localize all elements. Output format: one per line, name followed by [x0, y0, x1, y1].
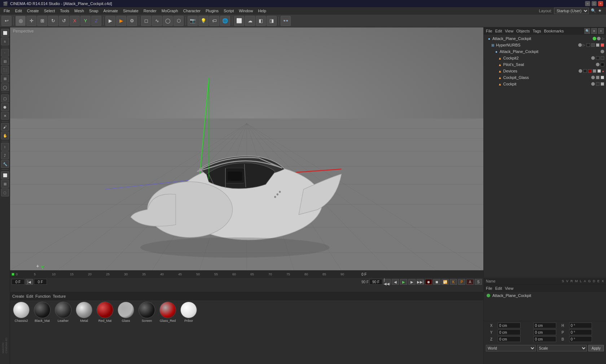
- floor-button[interactable]: ⬜: [234, 16, 244, 26]
- material-red_mat[interactable]: Red_Mat: [95, 302, 115, 331]
- menu-script[interactable]: Script: [221, 8, 236, 14]
- light-button[interactable]: 💡: [198, 16, 208, 26]
- menu-create[interactable]: Create: [25, 8, 41, 14]
- z-position-input[interactable]: [498, 336, 521, 342]
- x-position-input[interactable]: [498, 323, 521, 328]
- bg-button[interactable]: ◧: [256, 16, 266, 26]
- x-size-input[interactable]: [533, 323, 556, 328]
- deformer-button[interactable]: ⬡: [174, 16, 184, 26]
- menu-select[interactable]: Select: [42, 8, 57, 14]
- world-dropdown[interactable]: World Object: [486, 345, 536, 351]
- polygons-mode[interactable]: ⬛: [1, 66, 9, 74]
- sky-button[interactable]: ☁: [245, 16, 255, 26]
- model-mode[interactable]: ▢: [1, 94, 9, 102]
- glasses-button[interactable]: 👓: [281, 16, 291, 26]
- floor-lt-btn[interactable]: ⬜: [1, 171, 9, 179]
- axis-mode[interactable]: ✕: [1, 112, 9, 120]
- material-black_mat[interactable]: Black_Mat: [32, 302, 52, 331]
- menu-edit[interactable]: Edit: [13, 8, 24, 14]
- tree-item-cockpit-glass[interactable]: ▲ Cockpit_Glass: [484, 74, 606, 81]
- attr-view-menu[interactable]: View: [505, 286, 514, 290]
- snap-btn[interactable]: S: [1, 37, 9, 45]
- loop-button[interactable]: 🔁: [442, 279, 449, 285]
- menu-help[interactable]: Help: [256, 8, 268, 14]
- material-glass[interactable]: Glass: [116, 302, 136, 331]
- obj-edit-menu[interactable]: Edit: [495, 29, 502, 33]
- render-view-button[interactable]: ▶: [105, 16, 115, 26]
- menu-tools[interactable]: Tools: [58, 8, 71, 14]
- texture-mode[interactable]: ⬣: [1, 103, 9, 111]
- menu-mesh[interactable]: Mesh: [72, 8, 86, 14]
- vp-display[interactable]: Display: [43, 29, 56, 33]
- add-object-button[interactable]: ◻: [141, 16, 151, 26]
- mat-function-menu[interactable]: Function: [35, 294, 50, 298]
- tree-item-cockpit-grp[interactable]: ● Attack_Plane_Cockpit: [484, 48, 606, 55]
- material-screen[interactable]: Screen: [137, 302, 157, 331]
- camera-button[interactable]: 📷: [188, 16, 198, 26]
- nurbs-button[interactable]: ◯: [163, 16, 173, 26]
- menu-mograph[interactable]: MoGraph: [159, 8, 180, 14]
- extrude-btn[interactable]: ⤴: [1, 151, 9, 159]
- vp-cameras[interactable]: Cameras: [24, 29, 40, 33]
- undo2-button[interactable]: ↺: [59, 16, 69, 26]
- auto-key-button[interactable]: A: [466, 279, 474, 285]
- twist-btn[interactable]: ↕: [1, 143, 9, 151]
- key-all-button[interactable]: K: [450, 279, 457, 285]
- menu-window[interactable]: Window: [237, 8, 255, 14]
- search-icon[interactable]: 🔍: [591, 8, 596, 13]
- spline-button[interactable]: ∿: [152, 16, 162, 26]
- tree-item-cockpit2[interactable]: ▲ Cockpit2: [484, 55, 606, 61]
- move-button[interactable]: ✛: [26, 16, 36, 26]
- vp-panel[interactable]: Panel: [87, 29, 97, 33]
- start-button[interactable]: |◀◀: [383, 279, 391, 285]
- scale-dropdown[interactable]: Scale Size: [537, 345, 587, 351]
- apply-button[interactable]: Apply: [588, 345, 604, 351]
- scene-button[interactable]: 🌐: [220, 16, 230, 26]
- rotate-button[interactable]: ↻: [48, 16, 58, 26]
- frame-counter-current[interactable]: 0 F: [12, 279, 25, 285]
- sculpt-btn[interactable]: ✋: [1, 132, 9, 139]
- key-pos-button[interactable]: P: [458, 279, 465, 285]
- vp-maximize-icon[interactable]: ⤢: [457, 27, 464, 35]
- obj-view-menu[interactable]: View: [505, 29, 514, 33]
- viewport-btn[interactable]: ⬜: [1, 29, 9, 37]
- material-metal[interactable]: Metal: [74, 302, 94, 331]
- points-mode[interactable]: ·: [1, 49, 9, 57]
- end-button[interactable]: ▶▶|: [417, 279, 424, 285]
- h-rotation-input[interactable]: [569, 323, 592, 328]
- attr-file-menu[interactable]: File: [486, 286, 492, 290]
- y-axis-button[interactable]: Y: [80, 16, 91, 26]
- next-frame-button[interactable]: ▶: [408, 279, 416, 285]
- y-size-input[interactable]: [533, 329, 556, 335]
- layout-dropdown[interactable]: Startup (User): [554, 8, 589, 14]
- attr-edit-menu[interactable]: Edit: [495, 286, 502, 290]
- material-leather[interactable]: Leather: [53, 302, 73, 331]
- obj-tags-menu[interactable]: Tags: [533, 29, 541, 33]
- vp-close-icon[interactable]: ×: [474, 27, 481, 35]
- menu-animate[interactable]: Animate: [101, 8, 120, 14]
- foreground-button[interactable]: ◨: [267, 16, 277, 26]
- obj-objects-menu[interactable]: Objects: [516, 29, 530, 33]
- mat-texture-menu[interactable]: Texture: [53, 294, 66, 298]
- uvw-mode[interactable]: ⊞: [1, 75, 9, 83]
- object-mode[interactable]: ◯: [1, 83, 9, 91]
- material-chassis2[interactable]: Chassis2: [12, 302, 31, 331]
- brush-btn[interactable]: ◌: [1, 188, 9, 196]
- menu-simulate[interactable]: Simulate: [121, 8, 141, 14]
- vp-options[interactable]: Options: [58, 29, 72, 33]
- tree-item-hypernurbs[interactable]: ⊞ HyperNURBS ▷: [484, 42, 606, 48]
- obj-file-menu[interactable]: File: [486, 29, 492, 33]
- vp-view[interactable]: View: [12, 29, 21, 33]
- vp-settings-icon[interactable]: ≡: [465, 27, 473, 35]
- play-button[interactable]: ▶: [400, 279, 407, 285]
- mat-edit-menu[interactable]: Edit: [26, 294, 33, 298]
- scale-button[interactable]: ⊞: [37, 16, 47, 26]
- menu-file[interactable]: File: [1, 8, 12, 14]
- mat-create-menu[interactable]: Create: [12, 294, 24, 298]
- obj-close-icon[interactable]: ×: [598, 28, 604, 34]
- render-button[interactable]: ▶: [116, 16, 126, 26]
- tree-item-cockpit[interactable]: ▲ Cockpit: [484, 81, 606, 87]
- y-position-input[interactable]: [498, 329, 521, 335]
- frame-end-input[interactable]: 90 F: [369, 279, 382, 285]
- tag-button[interactable]: 🏷: [209, 16, 219, 26]
